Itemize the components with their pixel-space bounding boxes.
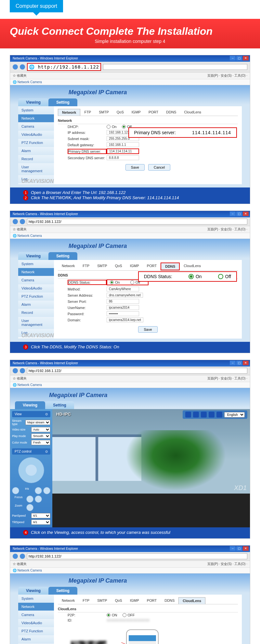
sidebar-item-network[interactable]: Network [18, 114, 54, 122]
subtab-network[interactable]: Network [58, 263, 79, 270]
ie-tools[interactable]: 页面(P) · 安全(S) · 工具(O) · [207, 376, 247, 381]
ptz-panel-header[interactable]: PTZ control⊙ [12, 448, 50, 455]
maximize-button[interactable]: ▢ [236, 361, 242, 365]
tab-setting[interactable]: Setting [48, 98, 77, 106]
sidebar-item-alarm[interactable]: Alarm [18, 301, 54, 309]
maximize-button[interactable]: ▢ [236, 212, 242, 216]
speaker-icon[interactable] [216, 412, 222, 418]
ddns-on-radio[interactable]: On [110, 280, 120, 284]
sidebar-item-alarm[interactable]: Alarm [18, 635, 54, 643]
subtab-network[interactable]: Network [58, 109, 80, 116]
favorites-label[interactable]: ☆ 收藏夹 [13, 227, 27, 232]
minimize-button[interactable]: – [230, 546, 236, 551]
collapse-icon[interactable]: ⊙ [45, 450, 48, 453]
subtab-qos[interactable]: QoS [113, 109, 128, 116]
sidebar-item-camera[interactable]: Camera [18, 122, 54, 131]
search-input[interactable] [103, 64, 247, 70]
save-button[interactable]: Save [125, 164, 145, 171]
forward-icon[interactable] [20, 219, 25, 224]
minimize-button[interactable]: – [230, 56, 236, 60]
sidebar-item-network[interactable]: Network [18, 603, 54, 611]
tab-viewing[interactable]: Viewing [15, 401, 45, 409]
panspeed-select[interactable]: 6/1 [31, 513, 50, 518]
pmode-select[interactable]: Smooth [31, 433, 50, 439]
subtab-ddns[interactable]: DDNS [162, 109, 180, 116]
domain-field[interactable]: ipcamera2014.kep.net [107, 317, 143, 322]
sdns-field[interactable]: 8.8.8.8 [107, 155, 139, 160]
tab-setting[interactable]: Setting [48, 587, 77, 595]
tab-viewing[interactable]: Viewing [18, 587, 48, 595]
minimize-button[interactable]: – [230, 212, 236, 216]
subtab-ddns[interactable]: DDNS [161, 263, 180, 270]
ie-tools[interactable]: 页面(P) · 安全(S) · 工具(O) · [207, 227, 247, 232]
ie-tools[interactable]: 页面(P) · 安全(S) · 工具(O) · [207, 562, 247, 566]
url-input[interactable] [27, 368, 247, 374]
pass-field[interactable]: •••••••• [107, 311, 139, 316]
mic-icon[interactable] [209, 412, 214, 418]
iris-minus-icon[interactable] [12, 487, 19, 494]
cancel-button[interactable]: Cancel [148, 164, 170, 171]
browser-tab[interactable]: Network Camera [18, 383, 42, 387]
zoom-plus-icon[interactable] [26, 504, 33, 511]
method-field[interactable]: CamAnyWhere [107, 287, 139, 291]
sidebar-item-ptz[interactable]: PTZ Function [18, 627, 54, 635]
subtab-network[interactable]: Network [58, 597, 79, 604]
user-field[interactable]: ipcamera2014 [107, 305, 139, 310]
subtab-igmp[interactable]: IGMP [126, 263, 143, 270]
video-feed[interactable]: HD-IPC 2015-08-13 1 XD1 [52, 409, 250, 494]
snapshot-icon[interactable] [193, 412, 199, 418]
forward-icon[interactable] [20, 64, 25, 70]
forward-icon[interactable] [20, 368, 25, 373]
tiltspeed-select[interactable]: 6/1 [31, 520, 50, 525]
vsize-select[interactable]: Auto [31, 427, 50, 432]
favorites-label[interactable]: ☆ 收藏夹 [13, 376, 27, 381]
sidebar-item-alarm[interactable]: Alarm [18, 147, 54, 155]
sidebar-item-camera[interactable]: Camera [18, 611, 54, 619]
subtab-cloudlens[interactable]: CloudLens [180, 109, 205, 116]
url-input[interactable] [27, 219, 247, 225]
gw-field[interactable]: 192.168.1.1 [107, 142, 139, 147]
subtab-ftp[interactable]: FTP [80, 109, 95, 116]
sidebar-item-record[interactable]: Record [18, 309, 54, 317]
back-icon[interactable] [13, 219, 18, 224]
subtab-igmp[interactable]: IGMP [126, 597, 143, 604]
p2p-on-radio[interactable]: ON [107, 613, 117, 617]
browser-tab[interactable]: Network Camera [18, 234, 42, 238]
color-icon[interactable] [185, 412, 191, 418]
subtab-igmp[interactable]: IGMP [128, 109, 145, 116]
focus-plus-icon[interactable] [26, 496, 33, 503]
ptz-direction-wheel[interactable] [18, 457, 44, 483]
port-field[interactable]: 86 [107, 299, 139, 304]
sidebar-item-video-audio[interactable]: Video&Audio [18, 284, 54, 292]
back-icon[interactable] [13, 554, 18, 559]
back-icon[interactable] [13, 368, 18, 373]
subtab-cloudlens[interactable]: CloudLens [178, 597, 205, 604]
sidebar-item-video-audio[interactable]: Video&Audio [18, 619, 54, 627]
close-button[interactable]: ✕ [243, 546, 249, 551]
zoom-minus-icon[interactable] [35, 496, 42, 503]
ie-tools[interactable]: 页面(P) · 安全(S) · 工具(O) · [207, 73, 247, 78]
sidebar-item-video-audio[interactable]: Video&Audio [18, 131, 54, 139]
back-icon[interactable] [13, 64, 18, 70]
browser-tab[interactable]: Network Camera [18, 569, 42, 572]
subtab-smtp[interactable]: SMTP [93, 597, 111, 604]
maximize-button[interactable]: ▢ [236, 56, 242, 60]
sidebar-item-system[interactable]: System [18, 595, 54, 603]
sidebar-item-camera[interactable]: Camera [18, 276, 54, 284]
subtab-qos[interactable]: QoS [111, 263, 126, 270]
sidebar-item-user[interactable]: User management [18, 163, 54, 175]
dhcp-on-radio[interactable]: On [107, 125, 117, 129]
sidebar-item-ptz[interactable]: PTZ Function [18, 139, 54, 147]
sidebar-item-record[interactable]: Record [18, 155, 54, 163]
url-input[interactable] [27, 553, 247, 559]
save-button[interactable]: Save [138, 326, 157, 333]
tab-setting[interactable]: Setting [48, 252, 77, 260]
tab-viewing[interactable]: Viewing [18, 98, 48, 106]
subtab-port[interactable]: PORT [143, 597, 161, 604]
tab-setting[interactable]: Setting [45, 401, 74, 409]
pdns-field[interactable]: 114.114.114.11 [107, 148, 139, 154]
subtab-cloudlens[interactable]: CloudLens [180, 263, 205, 270]
close-button[interactable]: ✕ [243, 212, 249, 216]
view-panel-header[interactable]: View⊙ [12, 411, 50, 417]
subtab-ftp[interactable]: FTP [79, 263, 93, 270]
